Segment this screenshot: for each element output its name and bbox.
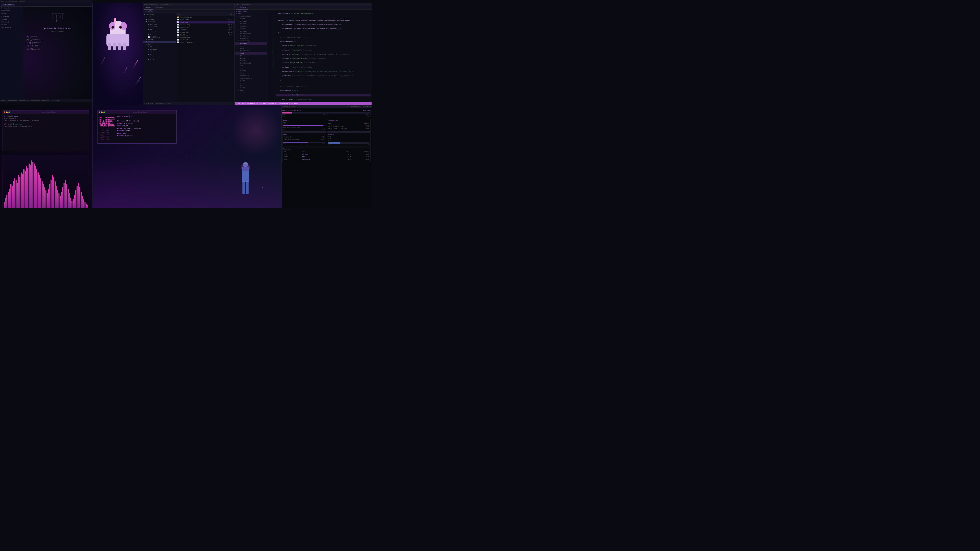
tree-usr-wm[interactable]: wm bbox=[235, 55, 267, 57]
file-row-installsh[interactable]: 📄 install.sh 2.3 K bbox=[176, 26, 234, 29]
fm-tab-bookmarks[interactable]: Bookmarks bbox=[153, 6, 165, 9]
win-close-dot[interactable] bbox=[4, 111, 5, 113]
tree-dotfiles[interactable]: ▼ .dotfiles bbox=[143, 13, 176, 16]
tree-lang[interactable]: ▶ lang bbox=[143, 51, 176, 53]
vis-bar bbox=[43, 184, 44, 208]
nf-close-dot[interactable] bbox=[99, 111, 100, 113]
tree-worklab[interactable]: ▶ worklab bbox=[143, 30, 176, 33]
tree-usr-fontpkg[interactable]: fontPkg bbox=[235, 70, 267, 72]
disk-size-2: 503GB bbox=[317, 139, 325, 141]
tree-system[interactable]: ▶ system bbox=[143, 38, 176, 41]
tree-profiles[interactable]: ▼ profiles bbox=[143, 21, 176, 23]
tree-usr-wmtype[interactable]: wmType bbox=[235, 57, 267, 60]
tree-usr-name[interactable]: name bbox=[235, 45, 267, 48]
tree-usr-font[interactable]: font bbox=[235, 67, 267, 70]
file-row-hardensh[interactable]: 📄 harden.sh bbox=[176, 38, 234, 41]
tree-systemsettings[interactable]: ▼ systemSettings bbox=[235, 15, 267, 17]
qm-search[interactable]: [o] [Search] bbox=[25, 35, 90, 38]
sb-downloads[interactable]: Downloads bbox=[0, 10, 23, 12]
tree-label: lang bbox=[150, 51, 153, 53]
win-min-dot[interactable] bbox=[6, 111, 8, 113]
tree-sys-timezone[interactable]: timezone bbox=[235, 25, 267, 27]
sb-music[interactable]: Music bbox=[0, 12, 23, 15]
tree-sys-dotfilesdir[interactable]: dotfilesDir bbox=[235, 35, 267, 38]
file-row-readmemd[interactable]: 📄 README.md 5.1 K bbox=[176, 34, 234, 36]
terminal-body[interactable]: $ rapidash-galar uldnetsfire ~ .dotfiles… bbox=[3, 114, 89, 129]
tree-usr-dotfilesdir[interactable]: dotfilesDir bbox=[235, 50, 267, 52]
tree-usr-spawneditor[interactable]: spawnEditor bbox=[235, 75, 267, 77]
tree-git[interactable]: ▶ .git bbox=[143, 16, 176, 18]
tree-shell[interactable]: ▶ shell bbox=[143, 56, 176, 58]
file-row-readmeorg[interactable]: 📄 README.org 12.3 K bbox=[176, 31, 234, 34]
tree-nixpkgs-name[interactable]: name bbox=[235, 82, 267, 84]
file-row-flakenix[interactable]: 📄 flake.nix 2.7 K bbox=[176, 21, 234, 24]
tree-usersettings[interactable]: ▼ userSettings bbox=[235, 40, 267, 42]
sb-external[interactable]: External bbox=[0, 21, 23, 24]
tree-homelab[interactable]: ▶ home.lab bbox=[143, 23, 176, 25]
qm-newtab[interactable]: [t] [New tab] bbox=[25, 44, 90, 48]
tree-pkgs[interactable]: ▼ pkgs bbox=[235, 89, 267, 92]
sb-other[interactable]: oct-over-d bbox=[0, 26, 23, 29]
fm-tab-files[interactable]: Files bbox=[144, 6, 153, 10]
file-row-installsh2[interactable]: 📄 install_all.org bbox=[176, 41, 234, 44]
ce-tab-flakenix[interactable]: flake.nix bbox=[236, 6, 248, 10]
tree-user[interactable]: ▼ user bbox=[143, 43, 176, 45]
qm-closetab[interactable]: [x] [Close tab] bbox=[25, 48, 90, 51]
tree-work[interactable]: ▶ work bbox=[143, 28, 176, 30]
tree-sys-bootmount[interactable]: bootMountPath bbox=[235, 32, 267, 35]
sb-drives[interactable]: Drives bbox=[0, 24, 23, 26]
sb-pictures[interactable]: Pictures bbox=[0, 15, 23, 18]
tree-sys-hostname[interactable]: hostname bbox=[235, 20, 267, 23]
tree-usr-editor[interactable]: editor bbox=[235, 72, 267, 75]
nf-min-dot[interactable] bbox=[101, 111, 103, 113]
tree-style[interactable]: ▶ style bbox=[143, 58, 176, 61]
nf-max-dot[interactable] bbox=[103, 111, 105, 113]
vis-bar bbox=[83, 199, 84, 208]
qb-active-tab[interactable]: Tech Profile bbox=[1, 3, 15, 6]
tree-sys-bootmode[interactable]: bootMode bbox=[235, 30, 267, 33]
qb-url-text: file:///home/emmet/.browser/Tech/config/… bbox=[1, 100, 60, 102]
tree-usr-email[interactable]: email bbox=[235, 47, 267, 50]
tree-themes[interactable]: ▼ themes bbox=[143, 41, 176, 43]
tree-personal[interactable]: ▶ personal bbox=[143, 25, 176, 28]
sb-videos[interactable]: Videos bbox=[0, 18, 23, 21]
tree-sys-system[interactable]: system bbox=[235, 17, 267, 20]
tree-outputs[interactable]: ▼ outputs bbox=[235, 13, 267, 15]
tree-patches[interactable]: ▶ patches bbox=[143, 18, 176, 21]
qb-sidebar: Documents Downloads Music Pictures Video… bbox=[0, 6, 23, 99]
tree-usr-theme[interactable]: theme bbox=[235, 52, 267, 55]
qm-history[interactable]: [$ h] [History] bbox=[25, 41, 90, 44]
tree-usr-browser[interactable]: browser bbox=[235, 60, 267, 62]
tree-sys-grubdevice[interactable]: grubDevice bbox=[235, 38, 267, 40]
tree-usr-term[interactable]: term bbox=[235, 65, 267, 67]
term-output: uldnetsfire ~ bbox=[4, 118, 16, 119]
tree-nixpkgs-patches[interactable]: patches bbox=[235, 87, 267, 89]
tree-nixpkgs-patched[interactable]: ▼ nixpkgs-patched bbox=[235, 77, 267, 79]
file-row-installorg[interactable]: 📄 install.org 10.4 K bbox=[176, 24, 234, 26]
tree-sys-locale[interactable]: locale bbox=[235, 27, 267, 30]
tree-usr-username[interactable]: username bbox=[235, 42, 267, 45]
tree-nixpkgs-system[interactable]: system bbox=[235, 79, 267, 82]
tree-readme1[interactable]: 📄 README.org bbox=[143, 36, 176, 38]
disk-time-e: 0% 0 bbox=[322, 143, 325, 145]
file-row-desktoppng[interactable]: 🖼 desktop.png bbox=[176, 36, 234, 38]
tree-pkgs[interactable]: ▶ pkgs bbox=[143, 53, 176, 56]
sb-documents[interactable]: Documents bbox=[0, 6, 23, 10]
tree-app[interactable]: ▶ app bbox=[143, 45, 176, 48]
tree-hardware[interactable]: ▶ hardware bbox=[143, 48, 176, 51]
tree-nixpkgs-src[interactable]: src bbox=[235, 84, 267, 87]
tree-usr-defaultroamdir[interactable]: defaultRoamDir bbox=[235, 62, 267, 65]
ce-tabbar[interactable]: flake.nix bbox=[235, 6, 372, 10]
file-row-tempsettings[interactable]: 📁 Temp-Settings bbox=[176, 16, 234, 18]
file-row-license[interactable]: 📄 LICENSE 34.2 K bbox=[176, 29, 234, 31]
win-max-dot[interactable] bbox=[8, 111, 10, 113]
fm-tabbar[interactable]: Files Bookmarks bbox=[143, 6, 234, 10]
qm-bookmarks[interactable]: [b] [Quickmarks] bbox=[25, 38, 90, 41]
tree-wsl[interactable]: ▶ wsl bbox=[143, 33, 176, 36]
fm-breadcrumb-text: ~/.dotfiles/ bbox=[145, 10, 156, 12]
tree-pkgs-system[interactable]: system bbox=[235, 92, 267, 94]
tree-sys-profile[interactable]: profile bbox=[235, 22, 267, 25]
qb-tabbar[interactable]: Tech Profile bbox=[0, 3, 92, 6]
tree-description[interactable]: ▶ description bbox=[235, 10, 267, 13]
file-row-flakelock[interactable]: 📄 flake.lock 27.5 K bbox=[176, 18, 234, 21]
